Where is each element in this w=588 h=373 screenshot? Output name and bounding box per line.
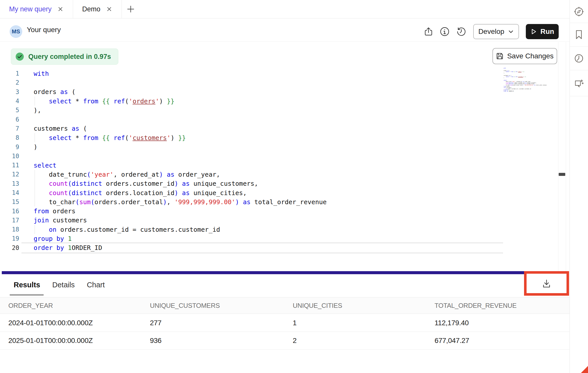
code-line[interactable]: 19group by 1 bbox=[0, 234, 556, 243]
code-line[interactable]: 4 select * from {{ ref('orders') }} bbox=[0, 97, 556, 106]
tab-results[interactable]: Results bbox=[14, 281, 40, 289]
code-line[interactable]: 18 on orders.customer_id = customers.cus… bbox=[0, 225, 556, 234]
code-line[interactable]: 10 bbox=[0, 152, 556, 161]
clock-icon[interactable] bbox=[573, 53, 584, 64]
code-line[interactable]: 11select bbox=[0, 161, 556, 170]
code-line[interactable]: 3orders as ( bbox=[0, 87, 556, 97]
indent-guide bbox=[35, 133, 35, 142]
tab-demo[interactable]: Demo bbox=[73, 0, 122, 18]
compass-icon[interactable] bbox=[573, 6, 584, 17]
table-body: 2024-01-01T00:00:00.000Z2771112,179.4020… bbox=[0, 314, 570, 349]
indent-guide bbox=[35, 197, 35, 206]
table-header-row: ORDER_YEARUNIQUE_CUSTOMERSUNIQUE_CITIEST… bbox=[0, 297, 570, 314]
line-number: 16 bbox=[0, 208, 19, 215]
line-number: 12 bbox=[0, 171, 19, 178]
code-text: on orders.customer_id = customers.custom… bbox=[34, 226, 220, 233]
save-icon bbox=[496, 52, 504, 60]
tab-label: Demo bbox=[82, 5, 100, 13]
indent-guide bbox=[35, 188, 35, 197]
line-number: 14 bbox=[0, 189, 19, 196]
play-icon bbox=[530, 28, 537, 35]
code-line[interactable]: 16from orders bbox=[0, 206, 556, 216]
info-icon[interactable] bbox=[439, 26, 450, 37]
chevron-down-icon bbox=[508, 29, 514, 35]
scrollbar-track-line bbox=[558, 42, 558, 271]
results-tab-bar: Results Details Chart bbox=[14, 274, 105, 295]
column-header[interactable]: ORDER_YEAR bbox=[8, 302, 150, 310]
code-line[interactable]: 7customers as ( bbox=[0, 124, 556, 133]
download-button[interactable] bbox=[541, 278, 552, 289]
code-line[interactable]: 5), bbox=[0, 106, 556, 115]
code-line[interactable]: 1with bbox=[0, 69, 556, 78]
tab-details[interactable]: Details bbox=[52, 281, 75, 289]
code-text: from orders bbox=[34, 207, 76, 215]
scrollbar-track-line bbox=[566, 42, 566, 271]
table-cell: 2024-01-01T00:00:00.000Z bbox=[8, 319, 150, 327]
column-header[interactable]: TOTAL_ORDER_REVENUE bbox=[435, 302, 570, 310]
code-line[interactable]: 13 count(distinct orders.customer_id) as… bbox=[0, 179, 556, 188]
tab-chart[interactable]: Chart bbox=[87, 281, 105, 289]
code-text: select bbox=[34, 162, 56, 169]
code-text: count(distinct orders.location_id) as un… bbox=[34, 189, 247, 197]
check-circle-icon bbox=[15, 52, 24, 61]
code-text: count(distinct orders.customer_id) as un… bbox=[34, 180, 258, 187]
download-highlight-box bbox=[524, 271, 569, 296]
indent-guide bbox=[35, 170, 35, 179]
code-text: orders as ( bbox=[34, 88, 76, 96]
code-line[interactable]: 20order by 1ORDER_ID bbox=[0, 243, 556, 252]
line-number: 18 bbox=[0, 226, 19, 233]
code-line[interactable]: 8 select * from {{ ref('customers') }} bbox=[0, 133, 556, 142]
code-line[interactable]: 15 to_char(sum(orders.order_total), '999… bbox=[0, 197, 556, 206]
sidebar-divider bbox=[570, 0, 570, 373]
save-changes-button[interactable]: Save Changes bbox=[492, 48, 557, 64]
bookmark-icon[interactable] bbox=[573, 29, 584, 40]
line-number: 19 bbox=[0, 235, 19, 242]
code-line[interactable]: 14 count(distinct orders.location_id) as… bbox=[0, 188, 556, 197]
code-line[interactable]: 2 bbox=[0, 78, 556, 87]
line-number: 3 bbox=[0, 88, 19, 96]
run-button[interactable]: Run bbox=[526, 24, 559, 39]
active-tab-indicator bbox=[10, 294, 44, 296]
query-status-badge: Query completed in 0.97s bbox=[11, 49, 118, 65]
line-number: 7 bbox=[0, 125, 19, 132]
develop-button[interactable]: Develop bbox=[473, 24, 519, 39]
line-number: 2 bbox=[0, 79, 19, 86]
line-number: 8 bbox=[0, 134, 19, 141]
column-header[interactable]: UNIQUE_CUSTOMERS bbox=[150, 302, 293, 310]
indent-guide bbox=[35, 225, 35, 234]
history-icon[interactable] bbox=[456, 26, 467, 37]
table-cell: 1 bbox=[293, 319, 435, 327]
minimap[interactable]: with orders as ( select * from {{ ref('o… bbox=[504, 68, 547, 96]
code-text: ) bbox=[34, 143, 37, 151]
table-cell: 677,047.27 bbox=[435, 337, 570, 345]
code-text: customers as ( bbox=[34, 125, 87, 132]
code-area[interactable]: 1with23orders as (4 select * from {{ ref… bbox=[0, 69, 556, 252]
scrollbar-thumb[interactable] bbox=[559, 173, 565, 176]
tab-my-new-query[interactable]: My new query bbox=[0, 0, 73, 18]
code-line[interactable]: 6 bbox=[0, 115, 556, 124]
column-header[interactable]: UNIQUE_CITIES bbox=[293, 302, 435, 310]
table-cell: 112,179.40 bbox=[435, 319, 570, 327]
close-icon[interactable] bbox=[106, 6, 112, 12]
code-line[interactable]: 9) bbox=[0, 142, 556, 151]
line-number: 4 bbox=[0, 98, 19, 105]
table-cell: 2025-01-01T00:00:00.000Z bbox=[8, 337, 150, 345]
code-text: select * from {{ ref('customers') }} bbox=[34, 134, 186, 142]
indent-guide bbox=[35, 97, 35, 106]
panel-divider[interactable] bbox=[2, 271, 559, 274]
sidebar-separator bbox=[570, 23, 588, 23]
new-tab-button[interactable] bbox=[122, 0, 140, 18]
page-title: Your query bbox=[27, 18, 61, 41]
line-number: 10 bbox=[0, 153, 19, 160]
avatar: MS bbox=[10, 25, 22, 38]
chat-sparkle-icon[interactable] bbox=[573, 78, 584, 89]
table-row: 2025-01-01T00:00:00.000Z9362677,047.27 bbox=[0, 332, 570, 349]
tab-bar: My new query Demo bbox=[0, 0, 570, 18]
code-line[interactable]: 12 date_trunc('year', ordered_at) as ord… bbox=[0, 170, 556, 179]
share-icon[interactable] bbox=[423, 26, 434, 37]
code-text: group by 1 bbox=[34, 235, 72, 242]
close-icon[interactable] bbox=[57, 6, 64, 12]
code-line[interactable]: 17join customers bbox=[0, 216, 556, 225]
tab-label: My new query bbox=[9, 5, 52, 13]
code-text: ), bbox=[34, 107, 41, 114]
